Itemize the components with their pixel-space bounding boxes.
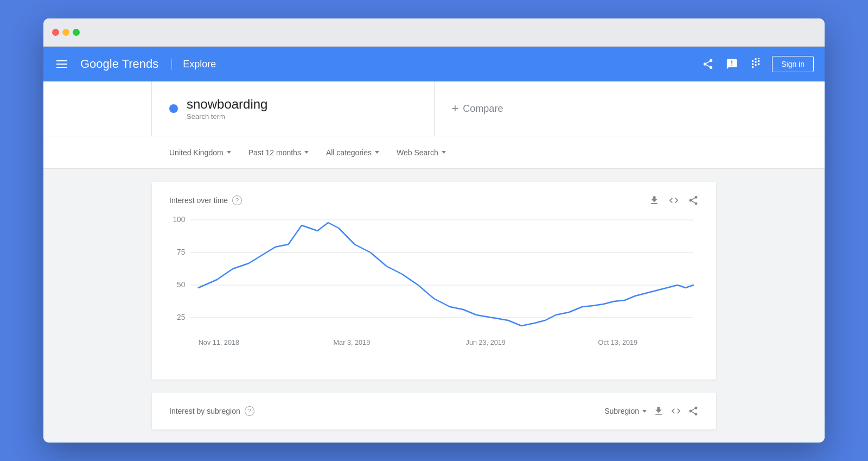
subregion-title: Interest by subregion ? [169,406,254,416]
interest-over-time-card: Interest over time ? [152,182,716,380]
card-actions [649,195,699,206]
card-header: Interest over time ? [169,195,699,206]
sidebar-placeholder [43,81,152,136]
chart-title: Interest over time [169,196,228,205]
header-icons: Sign in [700,56,814,72]
download-icon[interactable] [649,195,660,206]
subregion-dropdown-label: Subregion [604,407,639,415]
browser-chrome [43,18,825,47]
interest-by-subregion-card: Interest by subregion ? Subregion [152,393,716,430]
sign-in-button[interactable]: Sign in [772,56,814,72]
main-content: Interest over time ? [43,169,825,443]
compare-label: Compare [463,103,503,115]
embed-icon[interactable] [668,195,679,206]
search-type-filter[interactable]: Web Search [390,144,452,161]
chart-help-icon[interactable]: ? [232,195,242,205]
search-term-type: Search term [187,112,267,121]
svg-text:Jun 23, 2019: Jun 23, 2019 [466,338,506,346]
svg-text:Oct 13, 2019: Oct 13, 2019 [598,338,638,346]
svg-text:50: 50 [177,280,185,289]
search-term[interactable]: snowboarding [187,97,267,112]
svg-text:Nov 11, 2018: Nov 11, 2018 [199,338,239,346]
feedback-icon[interactable] [724,56,739,72]
traffic-lights [52,29,80,36]
time-filter[interactable]: Past 12 months [242,144,315,161]
browser-window: Google Trends Explore [43,18,825,443]
subregion-actions: Subregion [604,406,699,416]
svg-text:Mar 3, 2019: Mar 3, 2019 [334,338,371,346]
search-type-label: Web Search [397,148,438,157]
logo-text: Google Trends [80,57,158,71]
subregion-title-text: Interest by subregion [169,407,240,415]
svg-text:75: 75 [177,248,185,256]
maximize-button[interactable] [73,29,80,36]
time-chevron-icon [304,151,309,154]
category-label: All categories [326,148,372,157]
category-chevron-icon [375,151,379,154]
compare-plus-icon: + [452,102,459,116]
region-label: United Kingdom [169,148,224,157]
subregion-share-icon[interactable] [688,406,699,416]
region-filter[interactable]: United Kingdom [163,144,238,161]
search-dot [169,104,178,113]
search-type-chevron-icon [442,151,446,154]
share-icon[interactable] [700,56,716,72]
region-chevron-icon [227,151,231,154]
share-chart-icon[interactable] [688,195,699,206]
svg-text:100: 100 [173,215,185,224]
subregion-help-icon[interactable]: ? [245,406,254,416]
search-area: snowboarding Search term + Compare [43,81,825,136]
subregion-type-dropdown[interactable]: Subregion [604,407,647,415]
compare-section[interactable]: + Compare [435,81,717,136]
subregion-embed-icon[interactable] [671,406,681,416]
close-button[interactable] [52,29,59,36]
header: Google Trends Explore [43,47,825,81]
chart-svg: 100 75 50 25 Nov 11, 2018 Mar 3, 2019 Ju… [169,214,699,367]
subregion-chevron-icon [642,410,647,413]
filters-bar: United Kingdom Past 12 months All catego… [43,136,825,169]
chart-container: 100 75 50 25 Nov 11, 2018 Mar 3, 2019 Ju… [169,214,699,367]
time-label: Past 12 months [248,148,301,157]
search-term-info: snowboarding Search term [187,97,267,121]
page-title: Explore [171,59,216,70]
app-container: Google Trends Explore [43,47,825,443]
card-title: Interest over time ? [169,195,242,205]
subregion-header: Interest by subregion ? Subregion [169,406,699,416]
apps-icon[interactable] [748,56,763,72]
hamburger-menu[interactable] [54,58,69,70]
minimize-button[interactable] [62,29,69,36]
subregion-download-icon[interactable] [653,406,664,416]
right-placeholder [716,81,825,136]
search-term-section: snowboarding Search term [152,81,435,136]
app-logo: Google Trends [80,57,158,71]
category-filter[interactable]: All categories [320,144,386,161]
svg-text:25: 25 [177,313,185,321]
